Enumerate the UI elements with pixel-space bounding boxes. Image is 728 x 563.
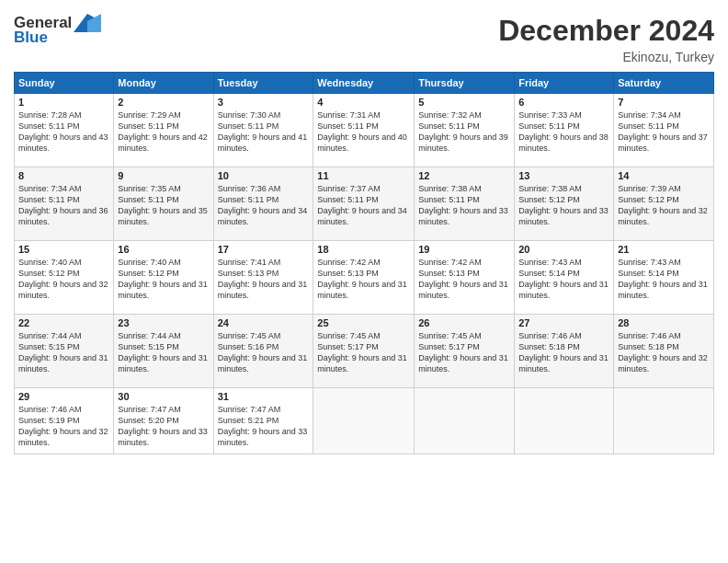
day-number: 24 [218,317,310,328]
day-number: 28 [618,317,710,328]
table-row [313,388,415,454]
weekday-wednesday: Wednesday [313,73,415,94]
table-row: 21 Sunrise: 7:43 AMSunset: 5:14 PMDaylig… [614,241,714,315]
table-row: 6 Sunrise: 7:33 AMSunset: 5:11 PMDayligh… [515,94,614,167]
day-info: Sunrise: 7:34 AMSunset: 5:11 PMDaylight:… [618,110,708,153]
table-row: 11 Sunrise: 7:37 AMSunset: 5:11 PMDaylig… [313,167,415,241]
day-info: Sunrise: 7:46 AMSunset: 5:18 PMDaylight:… [618,331,708,373]
weekday-saturday: Saturday [614,73,714,94]
table-row: 24 Sunrise: 7:45 AMSunset: 5:16 PMDaylig… [213,315,313,388]
day-number: 27 [518,317,609,328]
table-row: 19 Sunrise: 7:42 AMSunset: 5:13 PMDaylig… [415,241,515,315]
table-row: 12 Sunrise: 7:38 AMSunset: 5:11 PMDaylig… [415,167,515,241]
table-row [515,388,614,454]
day-number: 11 [317,170,410,181]
day-info: Sunrise: 7:46 AMSunset: 5:18 PMDaylight:… [518,331,609,373]
calendar-body: 1 Sunrise: 7:28 AMSunset: 5:11 PMDayligh… [15,94,714,454]
table-row: 22 Sunrise: 7:44 AMSunset: 5:15 PMDaylig… [15,315,114,388]
table-row: 8 Sunrise: 7:34 AMSunset: 5:11 PMDayligh… [15,167,114,241]
weekday-monday: Monday [114,73,213,94]
title-section: December 2024 Ekinozu, Turkey [498,14,714,64]
day-info: Sunrise: 7:29 AMSunset: 5:11 PMDaylight:… [118,110,208,153]
day-info: Sunrise: 7:47 AMSunset: 5:20 PMDaylight:… [118,405,208,447]
day-number: 12 [418,170,510,181]
table-row: 14 Sunrise: 7:39 AMSunset: 5:12 PMDaylig… [614,167,714,241]
day-info: Sunrise: 7:31 AMSunset: 5:11 PMDaylight:… [317,110,407,153]
table-row: 5 Sunrise: 7:32 AMSunset: 5:11 PMDayligh… [415,94,515,167]
calendar-header: Sunday Monday Tuesday Wednesday Thursday… [15,73,714,94]
table-row: 10 Sunrise: 7:36 AMSunset: 5:11 PMDaylig… [213,167,313,241]
calendar-week-5: 29 Sunrise: 7:46 AMSunset: 5:19 PMDaylig… [15,388,714,454]
table-row: 9 Sunrise: 7:35 AMSunset: 5:11 PMDayligh… [114,167,213,241]
calendar-week-4: 22 Sunrise: 7:44 AMSunset: 5:15 PMDaylig… [15,315,714,388]
day-info: Sunrise: 7:45 AMSunset: 5:17 PMDaylight:… [317,331,407,373]
weekday-sunday: Sunday [15,73,114,94]
table-row: 15 Sunrise: 7:40 AMSunset: 5:12 PMDaylig… [15,241,114,315]
day-number: 8 [18,170,109,181]
table-row: 20 Sunrise: 7:43 AMSunset: 5:14 PMDaylig… [515,241,614,315]
month-title: December 2024 [498,14,714,48]
table-row: 16 Sunrise: 7:40 AMSunset: 5:12 PMDaylig… [114,241,213,315]
location: Ekinozu, Turkey [498,50,714,64]
day-number: 23 [118,317,209,328]
day-number: 9 [118,170,209,181]
day-number: 5 [418,97,510,108]
day-info: Sunrise: 7:35 AMSunset: 5:11 PMDaylight:… [118,184,208,226]
table-row: 23 Sunrise: 7:44 AMSunset: 5:15 PMDaylig… [114,315,213,388]
day-info: Sunrise: 7:38 AMSunset: 5:11 PMDaylight:… [418,184,508,226]
day-number: 20 [518,244,609,255]
day-number: 4 [317,97,410,108]
day-info: Sunrise: 7:45 AMSunset: 5:16 PMDaylight:… [218,331,308,373]
table-row: 29 Sunrise: 7:46 AMSunset: 5:19 PMDaylig… [15,388,114,454]
day-info: Sunrise: 7:47 AMSunset: 5:21 PMDaylight:… [218,405,308,447]
table-row: 31 Sunrise: 7:47 AMSunset: 5:21 PMDaylig… [213,388,313,454]
day-number: 10 [218,170,310,181]
day-number: 3 [218,97,310,108]
calendar-table: Sunday Monday Tuesday Wednesday Thursday… [14,72,714,454]
day-info: Sunrise: 7:40 AMSunset: 5:12 PMDaylight:… [118,258,208,300]
table-row: 7 Sunrise: 7:34 AMSunset: 5:11 PMDayligh… [614,94,714,167]
day-number: 15 [18,244,109,255]
table-row: 13 Sunrise: 7:38 AMSunset: 5:12 PMDaylig… [515,167,614,241]
weekday-thursday: Thursday [415,73,515,94]
day-number: 14 [618,170,710,181]
day-info: Sunrise: 7:34 AMSunset: 5:11 PMDaylight:… [18,184,108,226]
day-info: Sunrise: 7:38 AMSunset: 5:12 PMDaylight:… [518,184,609,226]
table-row: 26 Sunrise: 7:45 AMSunset: 5:17 PMDaylig… [415,315,515,388]
table-row: 28 Sunrise: 7:46 AMSunset: 5:18 PMDaylig… [614,315,714,388]
day-number: 16 [118,244,209,255]
day-info: Sunrise: 7:39 AMSunset: 5:12 PMDaylight:… [618,184,708,226]
day-number: 22 [18,317,109,328]
page: General Blue December 2024 Ekinozu, Turk… [0,0,728,563]
day-info: Sunrise: 7:36 AMSunset: 5:11 PMDaylight:… [218,184,308,226]
day-info: Sunrise: 7:32 AMSunset: 5:11 PMDaylight:… [418,110,508,153]
day-info: Sunrise: 7:46 AMSunset: 5:19 PMDaylight:… [18,405,108,447]
day-info: Sunrise: 7:44 AMSunset: 5:15 PMDaylight:… [118,331,208,373]
day-info: Sunrise: 7:30 AMSunset: 5:11 PMDaylight:… [218,110,308,153]
day-info: Sunrise: 7:45 AMSunset: 5:17 PMDaylight:… [418,331,508,373]
table-row [614,388,714,454]
table-row: 17 Sunrise: 7:41 AMSunset: 5:13 PMDaylig… [213,241,313,315]
day-info: Sunrise: 7:42 AMSunset: 5:13 PMDaylight:… [418,258,508,300]
table-row: 27 Sunrise: 7:46 AMSunset: 5:18 PMDaylig… [515,315,614,388]
day-info: Sunrise: 7:41 AMSunset: 5:13 PMDaylight:… [218,258,308,300]
day-number: 29 [18,391,109,402]
logo: General Blue [14,14,101,47]
day-info: Sunrise: 7:43 AMSunset: 5:14 PMDaylight:… [618,258,708,300]
day-info: Sunrise: 7:28 AMSunset: 5:11 PMDaylight:… [18,110,108,153]
day-number: 7 [618,97,710,108]
table-row: 3 Sunrise: 7:30 AMSunset: 5:11 PMDayligh… [213,94,313,167]
day-number: 21 [618,244,710,255]
calendar-week-1: 1 Sunrise: 7:28 AMSunset: 5:11 PMDayligh… [15,94,714,167]
table-row [415,388,515,454]
day-number: 13 [518,170,609,181]
table-row: 4 Sunrise: 7:31 AMSunset: 5:11 PMDayligh… [313,94,415,167]
day-info: Sunrise: 7:43 AMSunset: 5:14 PMDaylight:… [518,258,609,300]
calendar-week-2: 8 Sunrise: 7:34 AMSunset: 5:11 PMDayligh… [15,167,714,241]
day-number: 2 [118,97,209,108]
calendar-week-3: 15 Sunrise: 7:40 AMSunset: 5:12 PMDaylig… [15,241,714,315]
weekday-header-row: Sunday Monday Tuesday Wednesday Thursday… [15,73,714,94]
weekday-friday: Friday [515,73,614,94]
day-info: Sunrise: 7:40 AMSunset: 5:12 PMDaylight:… [18,258,108,300]
table-row: 18 Sunrise: 7:42 AMSunset: 5:13 PMDaylig… [313,241,415,315]
